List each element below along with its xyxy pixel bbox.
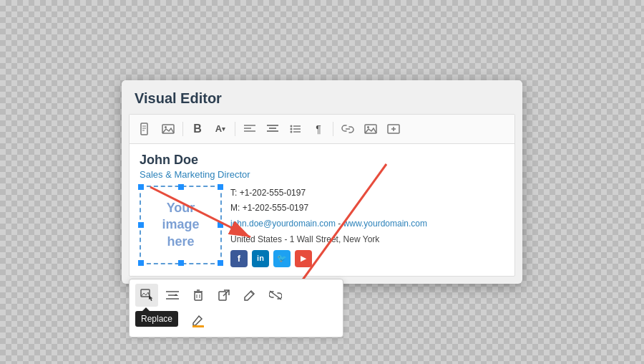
sig-address: United States - 1 Wall Street, New York: [230, 232, 427, 248]
svg-rect-47: [192, 325, 204, 327]
sig-email-line: john.doe@yourdomain.com - www.yourdomain…: [230, 216, 427, 232]
image-icon-btn[interactable]: [158, 119, 178, 139]
external-link-icon: [218, 289, 230, 302]
handle-tm[interactable]: [178, 184, 184, 190]
svg-point-14: [291, 130, 293, 133]
handle-mr[interactable]: [218, 222, 223, 228]
svg-point-12: [291, 125, 293, 127]
sig-mobile: M: +1-202-555-0197: [230, 201, 427, 216]
link-button[interactable]: [338, 119, 358, 139]
linkedin-icon[interactable]: in: [252, 250, 269, 267]
align-center-button[interactable]: [263, 119, 283, 139]
image-placeholder-text: Yourimagehere: [162, 200, 199, 250]
svg-rect-37: [219, 292, 226, 300]
youtube-icon[interactable]: ▶: [295, 250, 312, 267]
replace-icon: [140, 288, 154, 302]
social-icons: f in 🐦 ▶: [230, 250, 427, 267]
paragraph-button[interactable]: ¶: [308, 119, 328, 139]
svg-point-20: [367, 126, 369, 128]
signature-details: T: +1-202-555-0197 M: +1-202-555-0197 jo…: [230, 186, 427, 267]
signature-title: Sales & Marketing Director: [140, 169, 504, 180]
handle-bl[interactable]: [138, 260, 144, 266]
external-link-button[interactable]: [213, 284, 235, 307]
svg-rect-0: [141, 123, 147, 135]
unlink-button[interactable]: [264, 284, 287, 307]
color-pencil-icon: [192, 315, 204, 327]
replace-btn-wrapper: Replace: [135, 284, 158, 307]
editor-wrapper: B A▾ ¶: [122, 114, 522, 277]
sig-website: www.yourdomain.com: [343, 219, 427, 229]
facebook-icon[interactable]: f: [230, 250, 248, 267]
handle-tl[interactable]: [138, 184, 144, 190]
insert-image-button[interactable]: [361, 119, 381, 139]
image-placeholder[interactable]: Yourimagehere: [140, 186, 222, 264]
color-edit-button[interactable]: [187, 310, 210, 332]
align-icon: [166, 289, 179, 301]
align-left-button[interactable]: [240, 119, 260, 139]
document-icon-btn[interactable]: [135, 119, 155, 139]
svg-point-13: [291, 128, 293, 130]
sig-phone: T: +1-202-555-0197: [230, 186, 427, 201]
sig-email: john.doe@yourdomain.com: [230, 219, 336, 229]
trash-icon: [192, 289, 204, 302]
window-title: Visual Editor: [122, 80, 522, 114]
editor-window: Visual Editor B A▾: [122, 80, 522, 284]
editor-content: B A▾ ¶: [129, 114, 515, 277]
bold-button[interactable]: B: [187, 119, 208, 139]
signature-area: John Doe Sales & Marketing Director Your…: [130, 144, 514, 276]
signature-name: John Doe: [140, 153, 504, 168]
handle-br[interactable]: [218, 260, 223, 266]
edit-button[interactable]: [238, 284, 261, 307]
list-button[interactable]: [286, 119, 306, 139]
editor-toolbar: B A▾ ¶: [130, 115, 514, 144]
handle-tr[interactable]: [218, 184, 223, 190]
signature-body: Yourimagehere T: +1-202-555-0197 M: +1-2…: [140, 186, 504, 267]
more-image-button[interactable]: [384, 119, 404, 139]
twitter-icon[interactable]: 🐦: [273, 250, 291, 267]
replace-button[interactable]: [135, 284, 158, 307]
handle-bm[interactable]: [178, 260, 184, 266]
svg-point-5: [165, 126, 167, 128]
float-toolbar: Replace: [129, 279, 343, 337]
align-dropdown-button[interactable]: [161, 284, 184, 307]
font-size-button[interactable]: A▾: [210, 119, 230, 139]
unlink-icon: [269, 290, 282, 300]
delete-button[interactable]: [187, 284, 210, 307]
pencil-icon: [244, 289, 255, 301]
svg-rect-34: [195, 292, 202, 300]
svg-line-40: [270, 291, 281, 300]
float-toolbar-row1: Replace: [135, 284, 337, 307]
handle-ml[interactable]: [138, 222, 144, 228]
replace-tooltip: Replace: [135, 311, 178, 327]
sig-sep: -: [338, 219, 343, 229]
